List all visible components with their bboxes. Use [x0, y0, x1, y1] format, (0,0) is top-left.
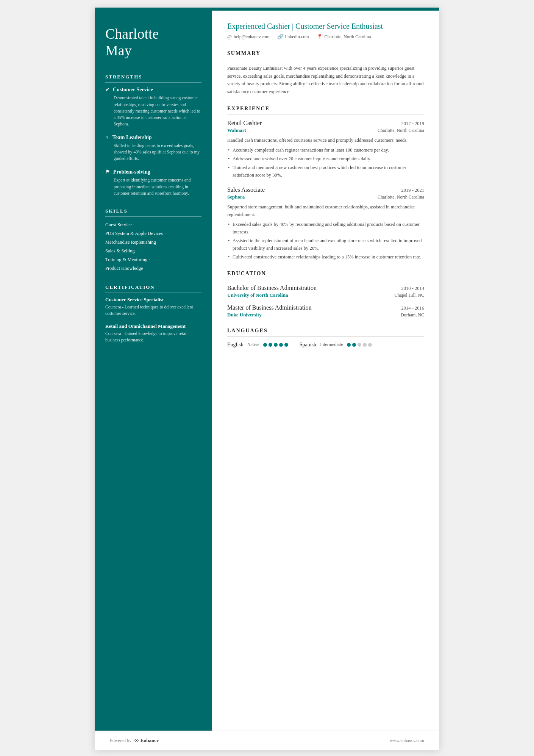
- edu-item-2: Master of Business Administration 2014 -…: [227, 304, 424, 318]
- education-section: EDUCATION Bachelor of Business Administr…: [227, 271, 424, 318]
- edu-school-1: University of North Carolina: [227, 292, 288, 298]
- lang-level-spanish: Intermediate: [320, 342, 343, 347]
- strength-title-3: Problem-solving: [113, 169, 150, 175]
- exp-location-2: Charlotte, North Carolina: [378, 194, 424, 200]
- lang-dot: [358, 343, 361, 347]
- exp-desc-1: Handled cash transactions, offered court…: [227, 136, 424, 144]
- languages-title: LANGUAGES: [227, 328, 424, 337]
- edu-school-2: Duke University: [227, 312, 262, 318]
- email-icon: @: [227, 34, 232, 40]
- footer-left: Powered by ∞ Enhancv: [110, 737, 159, 744]
- lang-dot: [279, 343, 283, 347]
- skills-title: SKILLS: [105, 208, 201, 217]
- languages-row: English Native Spanish Intermediate: [227, 342, 424, 348]
- edu-degree-1: Bachelor of Business Administration: [227, 285, 317, 291]
- strength-desc-3: Expert at identifying customer concerns …: [105, 177, 201, 197]
- edu-dates-2: 2014 - 2016: [401, 305, 424, 311]
- exp-item-2: Sales Associate 2019 - 2021 Sephora Char…: [227, 186, 424, 261]
- skill-item-4: Sales & Selling ·: [105, 247, 201, 255]
- top-decorative-bar: [95, 8, 439, 11]
- edu-location-1: Chapel Hill, NC: [395, 293, 424, 298]
- bullet-item: Trained and mentored 5 new cashiers on b…: [227, 164, 424, 179]
- exp-location-1: Charlotte, North Carolina: [378, 128, 424, 133]
- edu-dates-1: 2010 - 2014: [401, 286, 424, 291]
- experience-section: EXPERIENCE Retail Cashier 2017 - 2019 Wa…: [227, 106, 424, 261]
- lang-level-english: Native: [247, 342, 259, 347]
- main-header: Experienced Cashier | Customer Service E…: [227, 22, 424, 40]
- cert-desc-2: Coursera - Gained knowledge to improve r…: [105, 330, 201, 344]
- linkedin-value: linkedin.com: [285, 34, 309, 40]
- sidebar: Charlotte May STRENGTHS ✔ Customer Servi…: [95, 11, 212, 731]
- lang-dot: [363, 343, 367, 347]
- cert-name-2: Retail and Omnichannel Management: [105, 323, 201, 329]
- skills-section: SKILLS Guest Service · POS System & Appl…: [105, 208, 201, 273]
- bullet-item: Accurately completed cash register trans…: [227, 146, 424, 154]
- edu-location-2: Durham, NC: [401, 312, 424, 318]
- contact-line: @ help@enhancv.com 🔗 linkedin.com 📍 Char…: [227, 34, 424, 40]
- lang-item-english: English Native: [227, 342, 288, 348]
- powered-by-text: Powered by: [110, 738, 131, 743]
- linkedin-contact: 🔗 linkedin.com: [277, 34, 309, 40]
- lang-name-spanish: Spanish: [300, 342, 316, 348]
- exp-bullets-1: Accurately completed cash register trans…: [227, 146, 424, 179]
- lang-dot: [269, 343, 272, 347]
- brand-name: Enhancv: [140, 737, 159, 743]
- exp-dates-1: 2017 - 2019: [401, 121, 424, 127]
- location-contact: 📍 Charlotte, North Carolina: [317, 34, 371, 40]
- experience-title: EXPERIENCE: [227, 106, 424, 114]
- person-icon: ♀: [105, 135, 109, 141]
- skill-item-1: Guest Service ·: [105, 221, 201, 229]
- strength-desc-2: Skilled in leading teams to exceed sales…: [105, 142, 201, 162]
- email-contact: @ help@enhancv.com: [227, 34, 270, 40]
- job-title: Experienced Cashier | Customer Service E…: [227, 22, 424, 31]
- exp-desc-2: Supported store management, built and ma…: [227, 203, 424, 218]
- bullet-item: Exceeded sales goals by 40% by recommend…: [227, 221, 424, 236]
- lang-dots-spanish: [347, 343, 372, 347]
- exp-role-1: Retail Cashier: [227, 120, 262, 127]
- skill-item-3: Merchandise Replenishing ·: [105, 238, 201, 247]
- cert-title: CERTIFICATION: [105, 284, 201, 293]
- cert-item-2: Retail and Omnichannel Management Course…: [105, 323, 201, 344]
- location-value: Charlotte, North Carolina: [325, 34, 371, 40]
- skill-item-6: Product Knowledge: [105, 264, 201, 273]
- location-icon: 📍: [317, 34, 323, 40]
- summary-title: SUMMARY: [227, 50, 424, 59]
- exp-role-2: Sales Associate: [227, 186, 265, 193]
- resume-document: Charlotte May STRENGTHS ✔ Customer Servi…: [95, 8, 439, 750]
- bullet-item: Cultivated constructive customer relatio…: [227, 253, 424, 261]
- languages-section: LANGUAGES English Native: [227, 328, 424, 348]
- bullet-item: Addressed and resolved over 20 customer …: [227, 155, 424, 163]
- summary-text: Passionate Beauty Enthusiast with over 4…: [227, 64, 424, 96]
- strength-item-2: ♀ Team Leadership Skilled in leading tea…: [105, 135, 201, 162]
- strength-desc-1: Demonstrated talent in building strong c…: [105, 95, 201, 127]
- lang-dot: [263, 343, 267, 347]
- lang-dot: [347, 343, 351, 347]
- footer-website: www.enhancv.com: [390, 738, 424, 743]
- certification-section: CERTIFICATION Customer Service Specialis…: [105, 284, 201, 343]
- strength-title-2: Team Leadership: [112, 135, 152, 141]
- exp-bullets-2: Exceeded sales goals by 40% by recommend…: [227, 221, 424, 261]
- edu-item-1: Bachelor of Business Administration 2010…: [227, 285, 424, 298]
- edu-degree-2: Master of Business Administration: [227, 304, 312, 311]
- logo-symbol: ∞: [134, 737, 139, 744]
- education-title: EDUCATION: [227, 271, 424, 279]
- exp-item-1: Retail Cashier 2017 - 2019 Walmart Charl…: [227, 120, 424, 179]
- lang-dot: [284, 343, 288, 347]
- lang-dot: [352, 343, 356, 347]
- flag-icon: ⚑: [105, 169, 110, 175]
- lang-dot: [368, 343, 372, 347]
- strength-item-3: ⚑ Problem-solving Expert at identifying …: [105, 169, 201, 197]
- bullet-item: Assisted in the replenishment of merchan…: [227, 237, 424, 252]
- cert-name-1: Customer Service Specialist: [105, 297, 201, 303]
- strengths-section: STRENGTHS ✔ Customer Service Demonstrate…: [105, 74, 201, 197]
- footer: Powered by ∞ Enhancv www.enhancv.com: [95, 731, 439, 750]
- strength-item-1: ✔ Customer Service Demonstrated talent i…: [105, 86, 201, 127]
- exp-dates-2: 2019 - 2021: [401, 188, 424, 193]
- main-content: Experienced Cashier | Customer Service E…: [212, 11, 439, 731]
- strengths-title: STRENGTHS: [105, 74, 201, 83]
- lang-item-spanish: Spanish Intermediate: [300, 342, 372, 348]
- exp-company-1: Walmart: [227, 127, 246, 133]
- candidate-name: Charlotte May: [105, 26, 201, 59]
- linkedin-icon: 🔗: [277, 34, 283, 40]
- cert-item-1: Customer Service Specialist Coursera - L…: [105, 297, 201, 317]
